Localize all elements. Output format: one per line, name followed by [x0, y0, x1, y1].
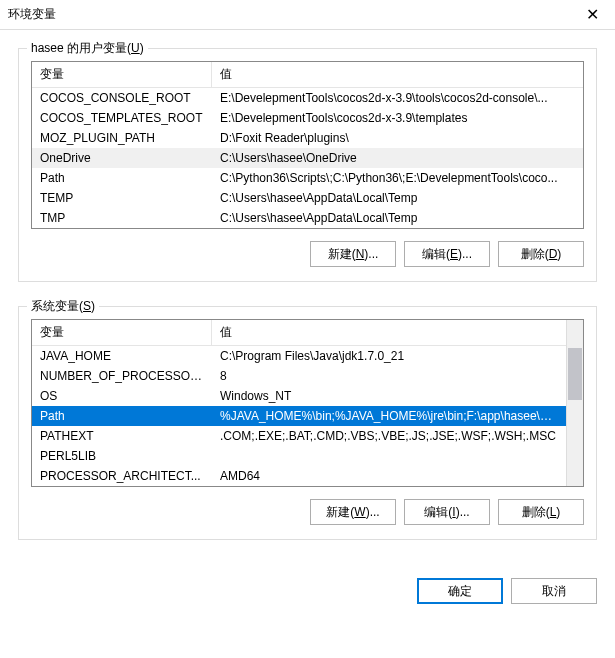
dialog-content: hasee 的用户变量(U) 变量 值 COCOS_CONSOLE_ROOTE:… — [0, 30, 615, 578]
user-variables-table[interactable]: 变量 值 COCOS_CONSOLE_ROOTE:\DevelepmentToo… — [31, 61, 584, 229]
titlebar: 环境变量 ✕ — [0, 0, 615, 30]
system-table-body: JAVA_HOMEC:\Program Files\Java\jdk1.7.0_… — [32, 346, 583, 486]
user-buttons: 新建(N)... 编辑(E)... 删除(D) — [31, 241, 584, 267]
system-edit-button[interactable]: 编辑(I)... — [404, 499, 490, 525]
column-header-name[interactable]: 变量 — [32, 62, 212, 87]
column-header-value[interactable]: 值 — [212, 320, 583, 345]
table-row-selected[interactable]: Path%JAVA_HOME%\bin;%JAVA_HOME%\jre\bin;… — [32, 406, 566, 426]
table-header: 变量 值 — [32, 62, 583, 88]
column-header-name[interactable]: 变量 — [32, 320, 212, 345]
table-row[interactable]: TEMPC:\Users\hasee\AppData\Local\Temp — [32, 188, 583, 208]
system-variables-table[interactable]: 变量 值 JAVA_HOMEC:\Program Files\Java\jdk1… — [31, 319, 584, 487]
user-group-label: hasee 的用户变量(U) — [27, 40, 148, 57]
user-edit-button[interactable]: 编辑(E)... — [404, 241, 490, 267]
table-row[interactable]: PROCESSOR_ARCHITECT...AMD64 — [32, 466, 566, 486]
table-row[interactable]: JAVA_HOMEC:\Program Files\Java\jdk1.7.0_… — [32, 346, 566, 366]
table-row[interactable]: COCOS_CONSOLE_ROOTE:\DevelepmentTools\co… — [32, 88, 583, 108]
table-row[interactable]: OSWindows_NT — [32, 386, 566, 406]
ok-button[interactable]: 确定 — [417, 578, 503, 604]
user-delete-button[interactable]: 删除(D) — [498, 241, 584, 267]
table-row[interactable]: COCOS_TEMPLATES_ROOTE:\DevelepmentTools\… — [32, 108, 583, 128]
system-buttons: 新建(W)... 编辑(I)... 删除(L) — [31, 499, 584, 525]
cancel-button[interactable]: 取消 — [511, 578, 597, 604]
table-row[interactable]: PathC:\Python36\Scripts\;C:\Python36\;E:… — [32, 168, 583, 188]
close-button[interactable]: ✕ — [569, 0, 615, 30]
table-row[interactable]: PERL5LIB — [32, 446, 566, 466]
system-delete-button[interactable]: 删除(L) — [498, 499, 584, 525]
close-icon: ✕ — [586, 5, 599, 24]
dialog-buttons: 确定 取消 — [0, 578, 615, 618]
column-header-value[interactable]: 值 — [212, 62, 583, 87]
system-variables-group: 系统变量(S) 变量 值 JAVA_HOMEC:\Program Files\J… — [18, 306, 597, 540]
window-title: 环境变量 — [8, 6, 56, 23]
table-row[interactable]: PATHEXT.COM;.EXE;.BAT;.CMD;.VBS;.VBE;.JS… — [32, 426, 566, 446]
table-row[interactable]: MOZ_PLUGIN_PATHD:\Foxit Reader\plugins\ — [32, 128, 583, 148]
table-row[interactable]: TMPC:\Users\hasee\AppData\Local\Temp — [32, 208, 583, 228]
table-header: 变量 值 — [32, 320, 583, 346]
table-row[interactable]: NUMBER_OF_PROCESSORS8 — [32, 366, 566, 386]
user-new-button[interactable]: 新建(N)... — [310, 241, 396, 267]
system-new-button[interactable]: 新建(W)... — [310, 499, 396, 525]
scrollbar-thumb[interactable] — [568, 348, 582, 400]
system-group-label: 系统变量(S) — [27, 298, 99, 315]
scrollbar[interactable] — [566, 320, 583, 486]
user-table-body: COCOS_CONSOLE_ROOTE:\DevelepmentTools\co… — [32, 88, 583, 228]
table-row[interactable]: OneDriveC:\Users\hasee\OneDrive — [32, 148, 583, 168]
user-variables-group: hasee 的用户变量(U) 变量 值 COCOS_CONSOLE_ROOTE:… — [18, 48, 597, 282]
